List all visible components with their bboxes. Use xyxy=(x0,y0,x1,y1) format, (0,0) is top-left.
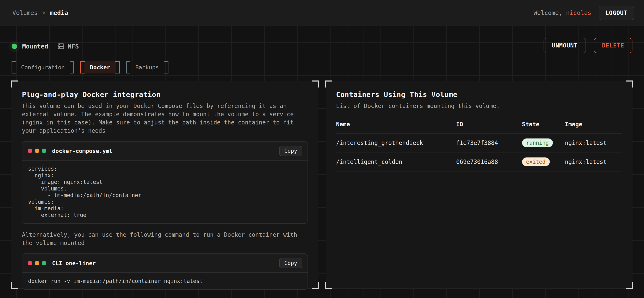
topbar-right: Welcome, nicolas LOGOUT xyxy=(534,6,634,20)
panel-corner-icon xyxy=(312,80,319,88)
traffic-light-red-icon xyxy=(28,261,32,265)
container-id: 069e73016a88 xyxy=(456,152,522,171)
tab-configuration[interactable]: Configuration xyxy=(12,61,74,73)
container-name: /interesting_grothendieck xyxy=(336,133,456,152)
docker-panel-description: This volume can be used in your Docker C… xyxy=(22,102,308,135)
panel-corner-icon xyxy=(626,80,633,88)
username: nicolas xyxy=(566,9,591,16)
window-dots xyxy=(28,261,46,265)
docker-integration-panel: Plug-and-play Docker integration This vo… xyxy=(12,81,318,289)
panel-corner-icon xyxy=(312,282,319,289)
bracket-left-icon xyxy=(12,61,15,73)
traffic-light-green-icon xyxy=(42,261,46,265)
filesystem-type-label: NFS xyxy=(68,43,79,50)
docker-panel-title: Plug-and-play Docker integration xyxy=(22,90,308,99)
container-image: nginx:latest xyxy=(565,133,622,152)
mounted-status-icon xyxy=(12,43,17,49)
table-row: /intelligent_colden 069e73016a88 exited … xyxy=(336,152,622,171)
cli-code-header: CLI one-liner Copy xyxy=(22,254,308,272)
containers-table-header-row: Name ID State Image xyxy=(336,121,622,133)
panels-row: Plug-and-play Docker integration This vo… xyxy=(12,81,632,289)
container-name: /intelligent_colden xyxy=(336,152,456,171)
traffic-light-amber-icon xyxy=(35,261,39,265)
tab-backups-label: Backups xyxy=(130,61,165,73)
column-header-name: Name xyxy=(336,121,456,133)
compose-copy-button[interactable]: Copy xyxy=(279,146,302,156)
breadcrumb-separator-icon: > xyxy=(42,10,46,16)
tab-docker[interactable]: Docker xyxy=(80,61,120,73)
welcome-text: Welcome, nicolas xyxy=(534,9,591,16)
cli-copy-button[interactable]: Copy xyxy=(279,258,302,268)
status-badge: running xyxy=(522,139,553,147)
panel-corner-icon xyxy=(626,282,633,289)
page-title: media xyxy=(50,9,68,16)
tab-bar: Configuration Docker Backups xyxy=(12,61,632,73)
panel-corner-icon xyxy=(325,80,332,88)
welcome-prefix: Welcome, xyxy=(534,9,566,16)
container-image: nginx:latest xyxy=(565,152,622,171)
nfs-server-icon xyxy=(57,42,65,50)
logout-button[interactable]: LOGOUT xyxy=(599,6,634,20)
containers-panel-title: Containers Using This Volume xyxy=(336,90,622,99)
compose-filename: docker-compose.yml xyxy=(52,148,113,154)
traffic-light-red-icon xyxy=(28,149,32,153)
bracket-left-icon xyxy=(126,61,130,73)
panel-corner-icon xyxy=(11,282,18,289)
traffic-light-amber-icon xyxy=(35,149,39,153)
compose-code-block: docker-compose.yml Copy services: nginx:… xyxy=(22,141,308,224)
volume-actions: UNMOUNT DELETE xyxy=(544,38,632,53)
container-id: f1e73e7f3884 xyxy=(456,133,522,152)
topbar: Volumes > media Welcome, nicolas LOGOUT xyxy=(0,0,644,26)
column-header-image: Image xyxy=(565,121,622,133)
column-header-state: State xyxy=(522,121,565,133)
mounted-status-label: Mounted xyxy=(22,43,48,50)
breadcrumb-volumes-link[interactable]: Volumes xyxy=(12,9,38,16)
window-dots xyxy=(28,149,46,153)
panel-corner-icon xyxy=(11,80,18,88)
volume-status-row: Mounted NFS xyxy=(12,40,632,53)
tab-backups[interactable]: Backups xyxy=(126,61,168,73)
bracket-left-icon xyxy=(80,61,84,73)
containers-panel-subtitle: List of Docker containers mounting this … xyxy=(336,102,622,110)
containers-table: Name ID State Image /interesting_grothen… xyxy=(336,121,622,171)
cli-filename: CLI one-liner xyxy=(52,260,96,266)
column-header-id: ID xyxy=(456,121,522,133)
unmount-button[interactable]: UNMOUNT xyxy=(544,38,586,53)
traffic-light-green-icon xyxy=(42,149,46,153)
status-badge: exited xyxy=(522,157,550,166)
table-row: /interesting_grothendieck f1e73e7f3884 r… xyxy=(336,133,622,152)
filesystem-type-group: NFS xyxy=(57,42,79,50)
panel-corner-icon xyxy=(325,282,332,289)
main-content: Mounted NFS UNMOUNT DELETE Configuration… xyxy=(0,26,644,298)
containers-panel: Containers Using This Volume List of Doc… xyxy=(326,81,632,289)
compose-code-content: services: nginx: image: nginx:latest vol… xyxy=(22,160,308,223)
bracket-right-icon xyxy=(116,61,120,73)
bracket-right-icon xyxy=(165,61,168,73)
cli-code-content: docker run -v im-media:/path/in/containe… xyxy=(22,272,308,289)
delete-button[interactable]: DELETE xyxy=(594,38,632,53)
tab-docker-label: Docker xyxy=(84,61,116,73)
breadcrumb: Volumes > media xyxy=(12,9,68,16)
tab-configuration-label: Configuration xyxy=(15,61,70,73)
cli-code-block: CLI one-liner Copy docker run -v im-medi… xyxy=(22,253,308,290)
compose-code-header: docker-compose.yml Copy xyxy=(22,142,308,160)
bracket-right-icon xyxy=(70,61,74,73)
cli-intro-text: Alternatively, you can use the following… xyxy=(22,231,308,247)
